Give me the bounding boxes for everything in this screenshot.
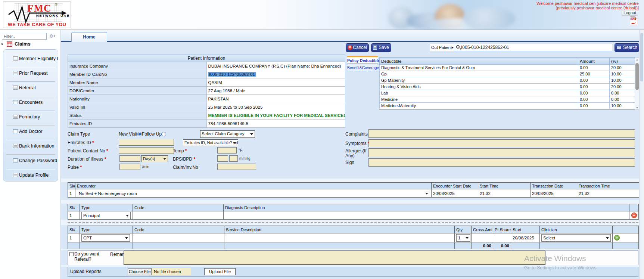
scrollbar-thumb[interactable]	[635, 63, 639, 90]
referral-checkbox[interactable]	[69, 252, 74, 256]
service-start-date[interactable]: 20/08/2025	[511, 233, 540, 242]
sidebar-separator	[6, 154, 55, 155]
sign-input[interactable]	[368, 158, 635, 167]
table-row: DOB/Gender27 Aug 1988 / Male	[68, 87, 345, 95]
logo-brand: FMC	[27, 3, 51, 14]
encounter-select[interactable]: No Bed + No emergency room	[77, 190, 430, 197]
service-desc-cell[interactable]	[224, 233, 455, 242]
duration-unit-select[interactable]: Day(s)	[141, 155, 168, 162]
logo-network: NETWORK UAE	[36, 14, 70, 18]
pulse-label: Pulse *	[68, 165, 82, 170]
tab-benefit-coverage[interactable]: Benefit&Coverage	[347, 64, 378, 71]
symptoms-input[interactable]	[368, 139, 635, 147]
table-row: Medicine-Maternity0.0010.00	[380, 103, 635, 109]
allergies-input[interactable]	[368, 148, 635, 157]
form-icon	[13, 158, 18, 162]
diagnosis-type-select[interactable]: Principal	[81, 212, 131, 219]
emirates-id-label: Emirates ID *	[68, 140, 94, 145]
search-button[interactable]: Search	[615, 43, 639, 52]
pulse-input[interactable]	[119, 164, 140, 170]
bpd-input[interactable]	[229, 155, 238, 162]
radio-group-claim-type: New VisitFollow Up	[119, 131, 166, 137]
form-icon	[13, 115, 18, 119]
chevron-down-icon: ▾	[54, 34, 55, 38]
duration-input[interactable]	[119, 155, 140, 162]
sidebar-separator	[6, 81, 55, 82]
remarks-textarea[interactable]	[124, 251, 545, 265]
clinician-select[interactable]: Select	[541, 234, 611, 242]
sidebar-item-formulary[interactable]: Formulary	[3, 113, 58, 123]
follow-up-radio[interactable]	[162, 132, 166, 136]
scrollbar-thumb[interactable]	[640, 33, 643, 81]
search-input[interactable]	[461, 44, 612, 51]
table-row: Hearing & Vision Aids0.0020.00	[380, 84, 635, 90]
sidebar-item-change-password[interactable]: Change Password	[3, 157, 58, 167]
pt-share-cell[interactable]	[493, 233, 511, 242]
gear-button[interactable]: ⚙▾	[49, 32, 59, 40]
upload-reports-label: Upload Reports	[70, 269, 101, 274]
add-service-icon[interactable]: +	[614, 235, 620, 241]
diagnosis-code-cell[interactable]	[133, 211, 224, 220]
patient-type-select[interactable]: Out Patient	[430, 44, 456, 51]
temp-unit: °F	[239, 148, 242, 152]
encounter-table: Sl# Encounter Encounter Start Date Start…	[68, 182, 640, 198]
service-code-cell[interactable]	[133, 233, 224, 242]
complaints-input[interactable]	[368, 129, 635, 138]
save-button[interactable]: Save	[371, 43, 391, 52]
sidebar-item-referral[interactable]: Referral	[3, 84, 58, 94]
allergies-label: Allergies(If Any)	[345, 149, 368, 158]
bps-label: BPS/BPD *	[173, 156, 195, 162]
sidebar-item-add-doctor[interactable]: Add Doctor	[3, 128, 58, 137]
emirates-id-input[interactable]	[119, 139, 174, 146]
scroll-up-icon[interactable]: ▲	[635, 58, 639, 61]
tab-policy-deductibles[interactable]: Policy Deductibles	[347, 56, 378, 63]
logout-button[interactable]: Logout	[622, 10, 638, 16]
section-divider	[68, 222, 638, 223]
bps-unit: mmHg	[239, 156, 250, 161]
bps-input[interactable]	[217, 155, 228, 162]
sidebar-separator	[6, 169, 55, 170]
sidebar-item-encounters[interactable]: Encounters	[3, 99, 58, 108]
claim-type-label: Claim Type	[68, 131, 90, 137]
table-row: 1 No Bed + No emergency room 20/08/2025 …	[68, 189, 640, 198]
patient-info-table: Patient Information Insurance CompanyDUB…	[68, 55, 345, 128]
form-icon	[13, 56, 18, 61]
sign-label: Sign	[345, 160, 354, 165]
table-row: Member NameQASIM	[68, 78, 345, 87]
new-visit-label: New Visit	[119, 131, 137, 137]
pulse-unit: /min	[142, 165, 149, 169]
table-row: 1 CPT 1 20/08/2025 Select +	[68, 233, 639, 242]
table-row: Member ID-CardNoI005-010-122425862-01	[68, 70, 345, 78]
emirates-reason-select[interactable]: Emirates ID, Not available? select rea	[183, 139, 238, 146]
member-id-selected-text[interactable]: I005-010-122425862-01	[208, 72, 256, 77]
required-asterisk: *	[92, 140, 94, 145]
temp-input[interactable]	[217, 147, 237, 154]
patient-info-title: Patient Information	[68, 55, 345, 62]
gross-amt-cell[interactable]	[472, 233, 493, 242]
upload-file-button[interactable]: Upload File	[204, 268, 236, 275]
page-scrollbar[interactable]	[639, 30, 644, 279]
table-row: Diagnostic & Treatment Services For Dent…	[380, 65, 635, 71]
qty-select[interactable]: 1	[456, 234, 470, 242]
scroll-down-icon[interactable]: ▼	[635, 106, 639, 109]
fmc-logo: FMC ® NETWORK UAE WE TAKE CARE OF YOU	[3, 1, 71, 28]
patient-contact-input[interactable]	[119, 147, 174, 154]
tab-strip: Home	[61, 30, 639, 42]
choose-file-button[interactable]: Choose File	[128, 268, 152, 275]
service-type-select[interactable]: CPT	[81, 234, 130, 242]
cancel-button[interactable]: × Cancel	[346, 43, 369, 52]
claim-category-select[interactable]: Select Claim Catagory	[200, 130, 255, 138]
tree-expand-icon[interactable]: ▸	[0, 42, 4, 46]
remove-diagnosis-icon[interactable]: −	[631, 213, 637, 218]
pdf-icon[interactable]: PDF	[630, 16, 637, 25]
sidebar-item-prior-request[interactable]: Prior Request	[3, 69, 58, 79]
tab-home[interactable]: Home	[71, 32, 107, 42]
sidebar-item-member-eligibility[interactable]: Member Eligibility Che	[3, 55, 58, 65]
sidebar-item-bank-information[interactable]: Bank Information	[3, 142, 58, 152]
follow-up-label: Follow Up	[142, 131, 162, 137]
new-visit-radio[interactable]	[137, 132, 142, 136]
filter-input[interactable]	[2, 33, 47, 40]
claim-inv-input[interactable]	[217, 164, 256, 170]
sidebar-item-update-profile[interactable]: Update Profile	[3, 171, 58, 181]
diagnosis-desc-cell[interactable]	[224, 211, 629, 220]
